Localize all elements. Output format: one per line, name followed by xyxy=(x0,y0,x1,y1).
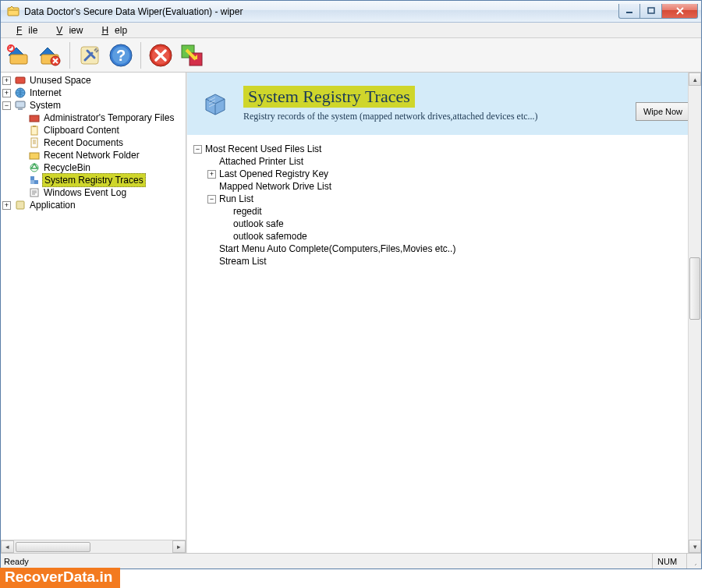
sidebar-item-internet[interactable]: + Internet xyxy=(2,87,186,99)
tree-item-regedit[interactable]: regedit xyxy=(193,205,695,218)
tree-item-startmenu[interactable]: Start Menu Auto Complete(Computers,Files… xyxy=(193,243,695,255)
tree-item-outlook-safemode[interactable]: outlook safemode xyxy=(193,230,695,243)
scroll-left-icon[interactable]: ◂ xyxy=(1,540,14,553)
collapse-icon[interactable]: − xyxy=(207,195,216,204)
sidebar-item-recent-network[interactable]: Recent Network Folder xyxy=(2,149,186,161)
globe-icon xyxy=(14,87,27,99)
status-num: NUM xyxy=(653,554,687,569)
toolbar: ? xyxy=(1,38,701,73)
toolbar-cancel-icon[interactable] xyxy=(146,41,175,70)
tree-item-outlook-safe[interactable]: outlook safe xyxy=(193,218,695,230)
titlebar: Data Doctor's Secure Data Wiper(Evaluati… xyxy=(1,1,701,23)
svg-rect-3 xyxy=(10,55,27,64)
scroll-thumb[interactable] xyxy=(689,257,700,320)
tree-item-mru[interactable]: − Most Recent Used Files List xyxy=(193,143,695,155)
svg-rect-0 xyxy=(8,8,19,16)
computer-icon xyxy=(14,99,27,112)
status-ready: Ready xyxy=(1,554,626,569)
header-panel: System Registry Traces Registry records … xyxy=(187,73,701,135)
sidebar-item-unused-space[interactable]: + Unused Space xyxy=(2,74,186,87)
svg-rect-29 xyxy=(16,201,24,209)
recycle-icon xyxy=(28,161,41,174)
wipe-now-button[interactable]: Wipe Now xyxy=(636,102,690,121)
expand-icon[interactable]: + xyxy=(2,76,11,85)
svg-rect-17 xyxy=(16,101,25,108)
svg-rect-21 xyxy=(33,126,36,127)
registry-icon xyxy=(28,174,41,186)
eventlog-icon xyxy=(28,186,41,199)
menu-file[interactable]: File xyxy=(4,23,44,37)
collapse-icon[interactable]: − xyxy=(2,101,11,110)
scroll-up-icon[interactable]: ▴ xyxy=(689,73,701,86)
sidebar: + Unused Space + Internet − xyxy=(1,73,186,553)
sidebar-item-clipboard[interactable]: Clipboard Content xyxy=(2,124,186,136)
close-button[interactable] xyxy=(662,4,698,19)
minimize-button[interactable] xyxy=(618,4,640,19)
svg-text:?: ? xyxy=(116,47,126,64)
sidebar-item-application[interactable]: + Application xyxy=(2,199,186,211)
folder-icon xyxy=(28,112,41,124)
sidebar-hscrollbar[interactable]: ◂ ▸ xyxy=(1,540,186,553)
expand-icon[interactable]: + xyxy=(207,170,216,179)
resize-grip-icon[interactable] xyxy=(687,554,701,569)
sidebar-item-registry-traces[interactable]: System Registry Traces xyxy=(2,174,186,186)
tree-item-stream[interactable]: Stream List xyxy=(193,255,695,267)
sidebar-item-recyclebin[interactable]: RecycleBin xyxy=(2,161,186,174)
svg-rect-15 xyxy=(16,77,25,83)
toolbar-delete-folder-icon[interactable] xyxy=(35,41,65,70)
clipboard-icon xyxy=(28,124,41,136)
expand-icon[interactable]: + xyxy=(2,201,11,210)
scroll-right-icon[interactable]: ▸ xyxy=(172,540,186,553)
maximize-button[interactable] xyxy=(640,4,662,19)
collapse-icon[interactable]: − xyxy=(193,145,202,154)
svg-rect-25 xyxy=(30,176,34,180)
scroll-thumb[interactable] xyxy=(16,542,90,552)
sidebar-item-recent-docs[interactable]: Recent Documents xyxy=(2,136,186,149)
registry-cube-icon xyxy=(201,88,232,119)
tree-item-lastreg[interactable]: + Last Opened Registry Key xyxy=(193,168,695,180)
page-subtitle: Registry records of the system (mapped n… xyxy=(243,111,538,122)
toolbar-settings-icon[interactable] xyxy=(75,41,105,70)
svg-rect-1 xyxy=(626,12,632,13)
sidebar-tree: + Unused Space + Internet − xyxy=(1,73,186,540)
toolbar-separator xyxy=(140,42,141,69)
main-vscrollbar[interactable]: ▴ ▾ xyxy=(688,73,701,553)
window-controls xyxy=(618,4,698,19)
app-window: Data Doctor's Secure Data Wiper(Evaluati… xyxy=(0,0,702,569)
menu-help[interactable]: Help xyxy=(89,23,133,37)
statusbar: Ready NUM xyxy=(1,553,701,569)
main-panel: System Registry Traces Registry records … xyxy=(186,73,701,553)
header-text-block: System Registry Traces Registry records … xyxy=(243,86,538,122)
sidebar-item-eventlog[interactable]: Windows Event Log xyxy=(2,186,186,199)
scroll-track[interactable] xyxy=(689,86,701,540)
toolbar-separator xyxy=(69,42,70,69)
toolbar-help-icon[interactable]: ? xyxy=(106,41,136,70)
svg-rect-26 xyxy=(34,180,38,184)
svg-rect-18 xyxy=(18,108,23,110)
sidebar-item-system[interactable]: − System xyxy=(2,99,186,112)
scroll-track[interactable] xyxy=(14,540,172,553)
sidebar-selected-label: System Registry Traces xyxy=(42,173,146,187)
menubar: File View Help xyxy=(1,23,701,38)
toolbar-swap-icon[interactable] xyxy=(177,41,207,70)
tree-item-runlist[interactable]: − Run List xyxy=(193,193,695,205)
window-title: Data Doctor's Secure Data Wiper(Evaluati… xyxy=(24,6,618,17)
application-icon xyxy=(14,199,27,211)
watermark: RecoverData.in xyxy=(0,568,120,588)
svg-rect-2 xyxy=(648,8,654,13)
svg-rect-23 xyxy=(30,153,39,159)
status-blank xyxy=(626,554,653,569)
network-folder-icon xyxy=(28,149,41,161)
document-icon xyxy=(28,136,41,149)
unused-space-icon xyxy=(14,74,27,87)
tree-item-printer[interactable]: Attached Printer List xyxy=(193,155,695,168)
tree-item-mapped[interactable]: Mapped Network Drive List xyxy=(193,180,695,193)
toolbar-open-folder-icon[interactable] xyxy=(4,41,34,70)
expand-icon[interactable]: + xyxy=(2,89,11,97)
scroll-down-icon[interactable]: ▾ xyxy=(689,540,701,553)
sidebar-item-admin-temp[interactable]: Administrator's Temporary Files xyxy=(2,112,186,124)
svg-rect-19 xyxy=(30,115,39,122)
page-title: System Registry Traces xyxy=(243,86,415,108)
menu-view[interactable]: View xyxy=(44,23,89,37)
svg-rect-20 xyxy=(31,126,37,135)
